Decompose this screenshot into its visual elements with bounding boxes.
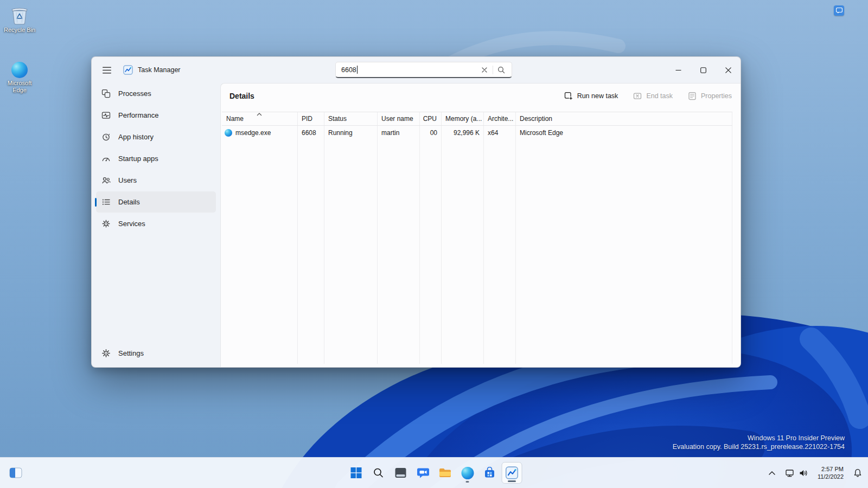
- column-header-pid[interactable]: PID: [297, 115, 324, 123]
- file-explorer-button[interactable]: [435, 462, 456, 484]
- volume-icon: [799, 469, 808, 477]
- taskbar-search-button[interactable]: [368, 462, 389, 484]
- column-header-memory[interactable]: Memory (a...: [441, 115, 483, 123]
- maximize-icon: [700, 67, 706, 73]
- sidebar-item-label: App history: [118, 133, 154, 141]
- task-manager-app-icon: [123, 65, 133, 75]
- details-table: Name PID Status User name CPU Memory (a.…: [222, 112, 732, 364]
- sidebar-item-startup-apps[interactable]: Startup apps: [96, 148, 216, 169]
- watermark-line2: Evaluation copy. Build 25231.rs_prerelea…: [673, 442, 845, 451]
- desktop-icon-label: Recycle Bin: [4, 27, 35, 34]
- microsoft-store-button[interactable]: [480, 462, 500, 484]
- store-icon: [484, 467, 496, 479]
- sidebar-item-label: Details: [118, 198, 140, 206]
- chat-button[interactable]: [413, 462, 433, 484]
- minimize-button[interactable]: [666, 57, 691, 83]
- sidebar-item-label: Users: [118, 176, 137, 184]
- taskbar: 2:57 PM 11/2/2022: [0, 457, 868, 488]
- recycle-bin-icon: [10, 5, 29, 25]
- file-explorer-icon: [439, 467, 452, 478]
- table-header-row: Name PID Status User name CPU Memory (a.…: [222, 112, 732, 126]
- startup-apps-icon: [101, 154, 111, 163]
- end-task-button[interactable]: End task: [633, 92, 673, 100]
- cell-name: msedge.exe: [222, 129, 297, 137]
- desktop: Recycle Bin Microsoft Edge Windows 11 Pr…: [0, 0, 868, 488]
- cell-pid: 6608: [297, 129, 324, 137]
- run-new-task-icon: [564, 92, 573, 100]
- spotlight-info-icon[interactable]: [834, 5, 844, 16]
- sidebar-item-services[interactable]: Services: [96, 213, 216, 234]
- table-row-msedge[interactable]: msedge.exe 6608 Running martin 00 92,996…: [222, 126, 732, 139]
- show-hidden-icons-button[interactable]: [765, 463, 778, 483]
- insider-watermark: Windows 11 Pro Insider Preview Evaluatio…: [673, 434, 845, 451]
- sidebar-item-app-history[interactable]: App history: [96, 126, 216, 147]
- app-history-icon: [101, 132, 111, 142]
- toolbar: Run new task End task Properties: [564, 84, 732, 108]
- column-separator[interactable]: [419, 112, 420, 364]
- system-tray: 2:57 PM 11/2/2022: [765, 458, 865, 488]
- start-button[interactable]: [346, 462, 367, 484]
- column-header-user-name[interactable]: User name: [377, 115, 419, 123]
- column-separator[interactable]: [483, 112, 484, 364]
- search-value: 6608: [341, 66, 477, 74]
- text-caret: [357, 66, 358, 74]
- properties-button[interactable]: Properties: [688, 92, 732, 100]
- properties-label: Properties: [701, 92, 732, 100]
- window-title: Task Manager: [138, 66, 181, 74]
- sidebar-item-settings[interactable]: Settings: [96, 343, 216, 364]
- column-header-description[interactable]: Description: [515, 115, 732, 123]
- column-header-architecture[interactable]: Archite...: [483, 115, 515, 123]
- widgets-button[interactable]: [5, 463, 26, 483]
- column-header-cpu[interactable]: CPU: [419, 115, 441, 123]
- services-icon: [101, 219, 111, 228]
- settings-gear-icon: [101, 349, 111, 358]
- widgets-icon: [9, 467, 22, 478]
- column-separator[interactable]: [515, 112, 516, 364]
- sidebar-item-performance[interactable]: Performance: [96, 105, 216, 126]
- task-manager-button[interactable]: [502, 462, 522, 484]
- desktop-icon-recycle-bin[interactable]: Recycle Bin: [0, 5, 39, 34]
- task-view-button[interactable]: [391, 462, 411, 484]
- column-separator[interactable]: [377, 112, 378, 364]
- search-input[interactable]: 6608: [335, 62, 512, 78]
- clear-search-button[interactable]: [477, 63, 492, 76]
- details-icon: [101, 197, 111, 207]
- search-divider: [493, 66, 493, 74]
- navigation-menu-button[interactable]: [96, 61, 118, 79]
- table-right-edge: [732, 112, 732, 364]
- column-separator[interactable]: [441, 112, 442, 364]
- app-title: Task Manager: [123, 57, 181, 83]
- watermark-line1: Windows 11 Pro Insider Preview: [673, 434, 845, 442]
- column-header-name[interactable]: Name: [222, 115, 297, 123]
- performance-icon: [101, 111, 111, 120]
- search-icon: [497, 66, 505, 74]
- maximize-button[interactable]: [691, 57, 716, 83]
- cell-cpu: 00: [419, 129, 441, 137]
- search-icon: [373, 467, 384, 478]
- clock-time: 2:57 PM: [818, 465, 844, 473]
- clock-date: 11/2/2022: [818, 473, 844, 480]
- sidebar-item-label: Services: [118, 220, 145, 228]
- search-submit-button[interactable]: [494, 63, 508, 76]
- network-volume-button[interactable]: [783, 463, 810, 483]
- desktop-icon-label: Microsoft Edge: [0, 80, 39, 94]
- column-separator[interactable]: [297, 112, 298, 364]
- column-separator[interactable]: [324, 112, 324, 364]
- properties-icon: [688, 92, 697, 100]
- cell-architecture: x64: [483, 129, 515, 137]
- sort-ascending-icon: [257, 113, 262, 116]
- sidebar-item-label: Processes: [118, 89, 151, 98]
- cell-status: Running: [324, 129, 377, 137]
- sidebar-item-users[interactable]: Users: [96, 170, 216, 191]
- sidebar-item-details[interactable]: Details: [96, 191, 216, 213]
- cell-memory: 92,996 K: [441, 129, 483, 137]
- sidebar-nav: Processes Performance App history Startu…: [92, 83, 220, 367]
- notification-center-button[interactable]: [851, 463, 865, 483]
- sidebar-item-processes[interactable]: Processes: [96, 83, 216, 104]
- desktop-icon-microsoft-edge[interactable]: Microsoft Edge: [0, 62, 39, 94]
- close-button[interactable]: [716, 57, 741, 83]
- taskbar-clock[interactable]: 2:57 PM 11/2/2022: [815, 463, 846, 483]
- run-new-task-button[interactable]: Run new task: [564, 92, 618, 100]
- column-header-status[interactable]: Status: [324, 115, 377, 123]
- edge-button[interactable]: [457, 462, 478, 484]
